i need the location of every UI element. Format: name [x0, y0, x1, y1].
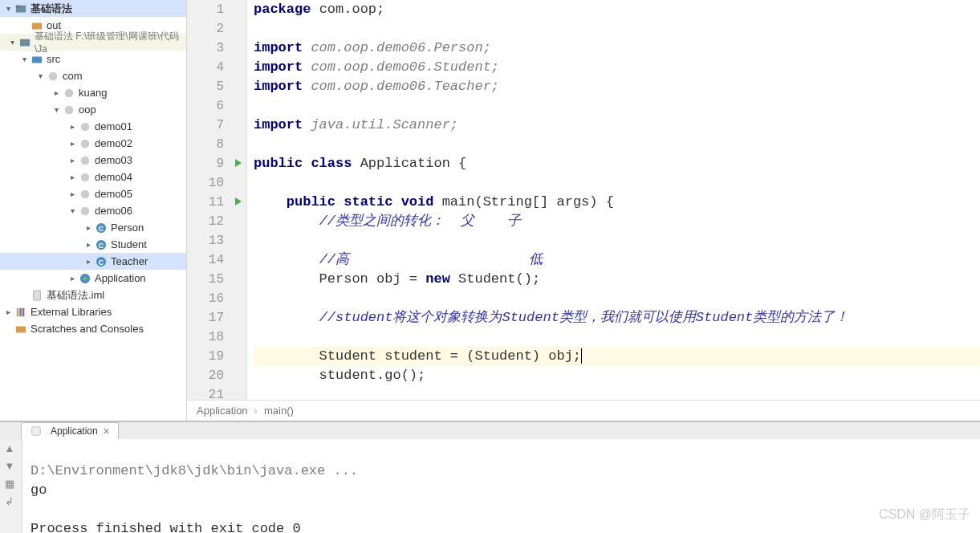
breadcrumb-class[interactable]: Application [197, 405, 248, 417]
code-line[interactable]: import com.oop.demo06.Person; [254, 39, 980, 58]
tree-application[interactable]: Application [0, 270, 186, 287]
tree-label: demo04 [95, 171, 132, 183]
line-number[interactable]: 2 [187, 19, 224, 39]
code-line[interactable]: public class Application { [254, 154, 980, 173]
code-line[interactable]: Student student = (Student) obj; [254, 347, 980, 366]
close-icon[interactable]: ✕ [103, 426, 110, 437]
code-line[interactable] [254, 328, 980, 347]
chevron-right-icon[interactable] [67, 274, 77, 283]
tree-demo06[interactable]: demo06 [0, 202, 186, 219]
chevron-right-icon[interactable] [67, 156, 77, 165]
tree-root[interactable]: 基础语法 [0, 0, 186, 17]
code-line[interactable]: //高 低 [254, 250, 980, 270]
run-tab[interactable]: Application ✕ [21, 422, 119, 439]
tree-student[interactable]: C Student [0, 236, 186, 253]
chevron-right-icon[interactable] [83, 257, 93, 266]
tree-com[interactable]: com [0, 67, 186, 84]
up-icon[interactable]: ▲ [5, 442, 18, 455]
run-tool-window[interactable]: Application ✕ ▲ ▼ ▦ ↲ D:\Environment\jdk… [0, 421, 980, 533]
line-number[interactable]: 18 [187, 328, 224, 347]
line-number[interactable]: 19 [187, 347, 224, 366]
line-number[interactable]: 11 [187, 193, 224, 212]
tree-demo03[interactable]: demo03 [0, 152, 186, 169]
tree-demo02[interactable]: demo02 [0, 135, 186, 152]
breadcrumb[interactable]: Application › main() [187, 400, 980, 421]
line-number[interactable]: 6 [187, 96, 224, 116]
wrap-icon[interactable]: ↲ [5, 495, 18, 508]
chevron-right-icon[interactable] [83, 223, 93, 233]
line-number[interactable]: 9 [187, 154, 224, 173]
console-output[interactable]: D:\Environment\jdk8\jdk\bin\java.exe ...… [22, 439, 980, 533]
line-number[interactable]: 1 [187, 0, 224, 19]
project-tree[interactable]: 基础语法 out 基础语法 F:\班级管理\网课班\代码\Ja src com [0, 0, 187, 421]
tree-module[interactable]: 基础语法 F:\班级管理\网课班\代码\Ja [0, 34, 186, 51]
console-line: go [30, 482, 47, 498]
line-number[interactable]: 14 [187, 250, 224, 270]
line-number[interactable]: 5 [187, 77, 224, 96]
chevron-right-icon[interactable] [3, 307, 13, 317]
code-line[interactable]: import com.oop.demo06.Teacher; [254, 77, 980, 96]
tree-oop[interactable]: oop [0, 101, 186, 118]
code-line[interactable]: //student将这个对象转换为Student类型，我们就可以使用Studen… [254, 308, 980, 328]
code-line[interactable]: import java.util.Scanner; [254, 116, 980, 135]
line-number[interactable]: 3 [187, 39, 224, 58]
tree-kuang[interactable]: kuang [0, 84, 186, 101]
chevron-down-icon[interactable] [67, 206, 77, 216]
chevron-right-icon[interactable] [67, 122, 77, 132]
chevron-right-icon[interactable] [67, 173, 77, 182]
chevron-right-icon[interactable] [67, 189, 77, 199]
package-icon [63, 87, 75, 100]
line-number[interactable]: 12 [187, 212, 224, 231]
chevron-down-icon[interactable] [19, 55, 29, 64]
code-line[interactable]: public static void main(String[] args) { [254, 193, 980, 212]
line-number[interactable]: 4 [187, 58, 224, 77]
chevron-right-icon[interactable] [83, 240, 93, 250]
line-number[interactable]: 13 [187, 231, 224, 250]
breadcrumb-method[interactable]: main() [264, 405, 294, 417]
code-line[interactable]: Person obj = new Student(); [254, 270, 980, 289]
line-number[interactable]: 21 [187, 385, 224, 400]
line-number[interactable]: 7 [187, 116, 224, 135]
line-number[interactable]: 10 [187, 173, 224, 193]
code-line[interactable]: import com.oop.demo06.Student; [254, 58, 980, 77]
down-icon[interactable]: ▼ [5, 460, 18, 473]
chevron-down-icon[interactable] [3, 4, 13, 14]
code-line[interactable] [254, 135, 980, 154]
chevron-down-icon[interactable] [51, 105, 61, 115]
chevron-down-icon[interactable] [35, 71, 45, 81]
layout-icon[interactable]: ▦ [5, 478, 18, 490]
chevron-right-icon[interactable] [51, 88, 61, 98]
tree-ext-lib[interactable]: External Libraries [0, 303, 186, 320]
code-line[interactable] [254, 19, 980, 39]
code-line[interactable] [254, 96, 980, 116]
tree-scratch[interactable]: Scratches and Consoles [0, 320, 186, 337]
code-line[interactable] [254, 385, 980, 400]
svg-text:C: C [99, 258, 104, 266]
run-gutter-icon[interactable] [235, 197, 242, 205]
code-line[interactable]: package com.oop; [254, 0, 980, 19]
code-line[interactable] [254, 231, 980, 250]
code-line[interactable] [254, 289, 980, 308]
line-number[interactable]: 17 [187, 308, 224, 328]
code-line[interactable] [254, 173, 980, 193]
breadcrumb-separator: › [254, 405, 258, 417]
tree-teacher[interactable]: C Teacher [0, 253, 186, 270]
tree-iml[interactable]: 基础语法.iml [0, 287, 186, 303]
editor[interactable]: 123456789101112131415161718192021 packag… [187, 0, 980, 421]
code-line[interactable]: student.go(); [254, 366, 980, 385]
line-number[interactable]: 20 [187, 366, 224, 385]
chevron-down-icon[interactable] [8, 38, 18, 47]
library-icon [14, 306, 27, 319]
chevron-right-icon[interactable] [67, 139, 77, 149]
line-number[interactable]: 8 [187, 135, 224, 154]
code-line[interactable]: //类型之间的转化： 父 子 [254, 212, 980, 231]
line-number[interactable]: 15 [187, 270, 224, 289]
tree-demo04[interactable]: demo04 [0, 169, 186, 185]
line-gutter[interactable]: 123456789101112131415161718192021 [187, 0, 247, 400]
code-area[interactable]: package com.oop;import com.oop.demo06.Pe… [247, 0, 980, 400]
run-gutter-icon[interactable] [235, 159, 242, 167]
line-number[interactable]: 16 [187, 289, 224, 308]
tree-demo01[interactable]: demo01 [0, 118, 186, 135]
tree-demo05[interactable]: demo05 [0, 185, 186, 202]
tree-person[interactable]: C Person [0, 219, 186, 236]
